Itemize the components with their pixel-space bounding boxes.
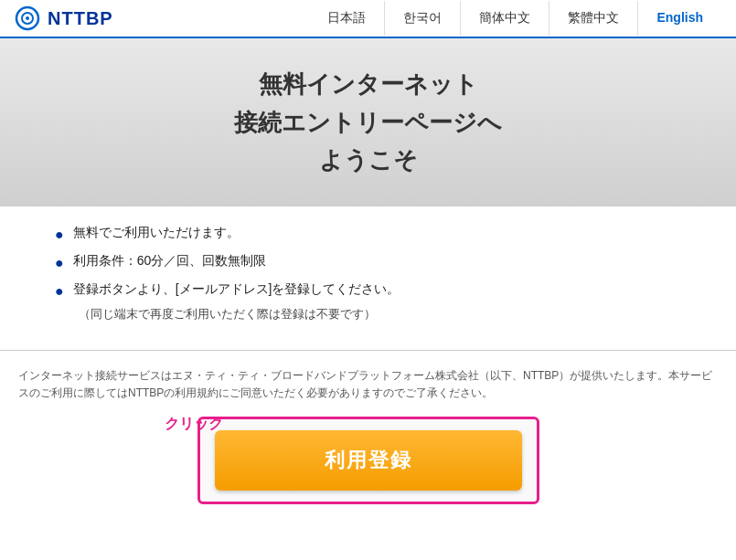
section-divider [0, 350, 736, 351]
hero-section: 無料インターネット 接続エントリーページへ ようこそ [0, 38, 736, 206]
logo-text: NTTBP [48, 8, 113, 29]
bullet-icon-1: ● [55, 224, 64, 246]
nav-simplified-chinese[interactable]: 簡体中文 [460, 1, 549, 36]
feature-item-2: ● 利用条件：60分／回、回数無制限 [55, 251, 699, 274]
hero-title: 無料インターネット 接続エントリーページへ ようこそ [18, 66, 718, 180]
click-label: クリック [165, 415, 223, 434]
nav-traditional-chinese[interactable]: 繁體中文 [549, 1, 637, 36]
cta-box: 利用登録 [197, 417, 539, 504]
features-section: ● 無料でご利用いただけます。 ● 利用条件：60分／回、回数無制限 ● 登録ボ… [0, 206, 736, 343]
nav-japanese[interactable]: 日本語 [309, 1, 384, 36]
register-button[interactable]: 利用登録 [215, 430, 522, 491]
svg-point-2 [26, 16, 29, 20]
feature-item-1: ● 無料でご利用いただけます。 [55, 223, 699, 246]
logo-area: NTTBP [15, 5, 113, 31]
feature-sub-note: （同じ端末で再度ご利用いただく際は登録は不要です） [55, 306, 699, 322]
nav-korean[interactable]: 한국어 [384, 1, 460, 36]
bullet-icon-3: ● [55, 280, 64, 302]
cta-area: クリック 利用登録 [0, 407, 736, 532]
feature-item-3: ● 登録ボタンより、[メールアドレス]を登録してください。 [55, 280, 699, 302]
legal-text: インターネット接続サービスはエヌ・ティ・ティ・ブロードバンドプラットフォーム株式… [0, 358, 736, 407]
bullet-icon-2: ● [55, 252, 64, 274]
header: NTTBP 日本語 한국어 簡体中文 繁體中文 English [0, 0, 736, 38]
nttbp-logo-icon [15, 5, 40, 31]
nav-english[interactable]: English [637, 1, 721, 36]
main-nav: 日本語 한국어 簡体中文 繁體中文 English [309, 1, 721, 36]
